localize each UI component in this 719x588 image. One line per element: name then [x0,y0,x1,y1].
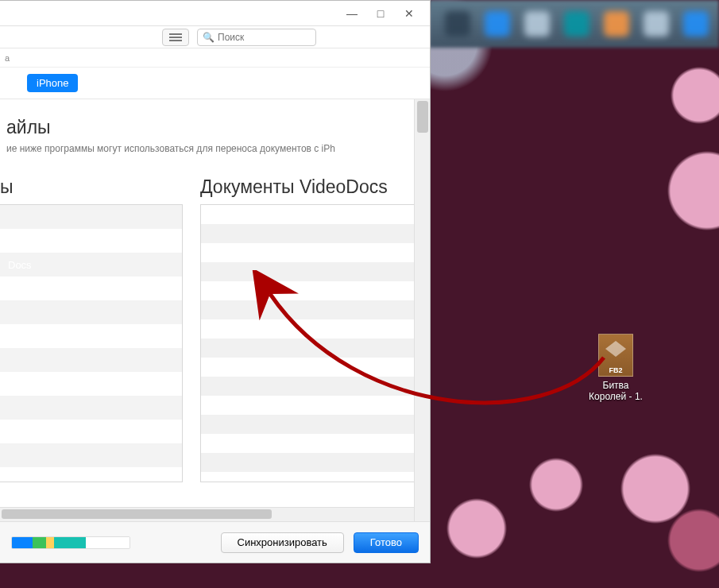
docs-list[interactable] [200,204,423,482]
section-hint: ие ниже программы могут использоваться д… [6,143,430,154]
content-area: айлы ие ниже программы могут использоват… [0,99,430,521]
app-list-item[interactable] [0,300,182,324]
app-list-item[interactable] [0,420,182,443]
capacity-segment [86,537,129,548]
app-list-item[interactable] [0,443,182,467]
doc-row[interactable] [201,319,423,338]
doc-row[interactable] [201,453,423,472]
done-button[interactable]: Готово [354,532,419,553]
app-list-item[interactable] [0,396,182,420]
apps-col-title: ы [0,176,183,198]
window-titlebar: — □ ✕ [0,1,430,26]
svg-rect-1 [169,37,182,38]
toolbar: 🔍 [0,26,430,48]
horizontal-scrollbar[interactable] [0,507,414,521]
app-list-item[interactable] [0,372,182,396]
search-input[interactable] [218,32,311,43]
doc-row[interactable] [201,300,423,319]
storage-capacity-bar [11,536,130,549]
app-list-item[interactable] [0,348,182,372]
device-pill-iphone[interactable]: iPhone [27,74,78,92]
view-toggle-button[interactable] [162,29,189,46]
file-label: Битва Королей - 1. [580,380,651,403]
search-icon: 🔍 [203,32,215,43]
bottom-bar: Синхронизировать Готово [0,521,430,563]
search-box[interactable]: 🔍 [197,29,316,46]
minimize-button[interactable]: — [338,7,366,20]
doc-row[interactable] [201,224,423,243]
app-list-item[interactable] [0,205,182,229]
doc-row[interactable] [201,415,423,434]
apps-list[interactable]: Docs [0,204,183,482]
doc-row[interactable] [201,205,423,224]
doc-row[interactable] [201,377,423,396]
doc-row[interactable] [201,281,423,300]
doc-row[interactable] [201,338,423,358]
doc-row[interactable] [201,472,423,482]
capacity-segment [12,537,33,548]
device-row: iPhone [0,68,430,99]
app-list-item[interactable] [0,229,182,253]
file-icon: FB2 [598,334,633,377]
doc-row[interactable] [201,434,423,453]
itunes-window: — □ ✕ 🔍 а iPhone айлы ие ниже программы … [0,0,431,563]
docs-col-title: Документы VideoDocs [200,176,423,198]
sync-button[interactable]: Синхронизировать [221,532,344,553]
file-ext-badge: FB2 [599,366,632,374]
app-list-item[interactable] [0,277,182,300]
section-title: айлы [6,117,430,138]
svg-rect-0 [169,33,182,35]
doc-row[interactable] [201,396,423,415]
capacity-segment [54,537,85,548]
maximize-button[interactable]: □ [366,7,395,20]
close-button[interactable]: ✕ [395,7,423,20]
list-icon [169,33,182,42]
vertical-scrollbar[interactable] [414,99,430,521]
macos-dock [445,11,719,37]
doc-row[interactable] [201,243,423,262]
doc-row[interactable] [201,262,423,281]
svg-rect-2 [169,40,182,41]
capacity-segment [33,537,47,548]
breadcrumb: а [0,48,430,68]
doc-row[interactable] [201,358,423,377]
app-list-item[interactable] [0,324,182,348]
app-list-item[interactable]: Docs [0,253,182,277]
capacity-segment [46,537,54,548]
desktop-file-fb2[interactable]: FB2 Битва Королей - 1. [580,334,651,403]
